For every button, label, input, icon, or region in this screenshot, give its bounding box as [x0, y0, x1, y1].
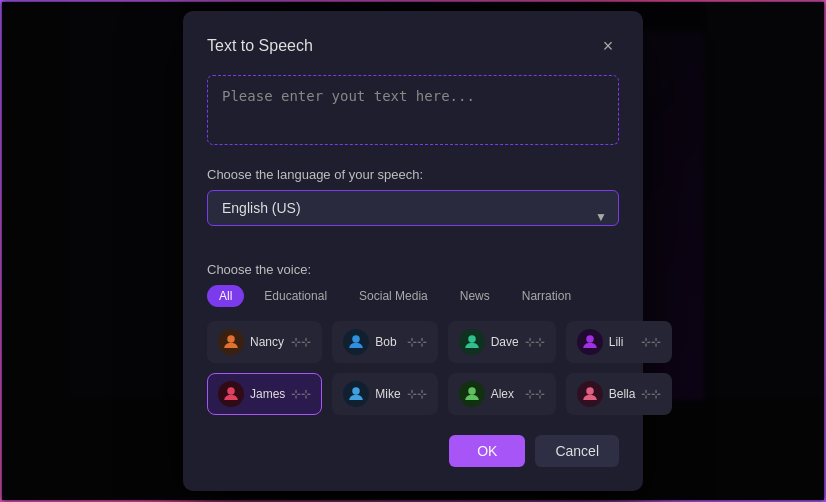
voice-avatar-bob	[343, 329, 369, 355]
filter-tab-news[interactable]: News	[448, 285, 502, 307]
voice-wave-dave: ⊹⊹	[525, 335, 545, 349]
voice-avatar-bella	[577, 381, 603, 407]
voice-avatar-lili	[577, 329, 603, 355]
filter-tab-narration[interactable]: Narration	[510, 285, 583, 307]
voice-name-lili: Lili	[609, 335, 636, 349]
language-label: Choose the language of your speech:	[207, 167, 619, 182]
voice-wave-alex: ⊹⊹	[525, 387, 545, 401]
voice-avatar-alex	[459, 381, 485, 407]
voice-grid: Nancy ⊹⊹ Bob ⊹⊹ Dave ⊹⊹	[207, 321, 619, 415]
ok-button[interactable]: OK	[449, 435, 525, 467]
svg-point-7	[586, 387, 594, 395]
close-button[interactable]: ×	[597, 35, 619, 57]
voice-avatar-mike	[343, 381, 369, 407]
language-select-wrapper: English (US) English (UK) Spanish French…	[207, 190, 619, 244]
voice-item-lili[interactable]: Lili ⊹⊹	[566, 321, 673, 363]
voice-filter-tabs: All Educational Social Media News Narrat…	[207, 285, 619, 307]
svg-point-5	[353, 387, 361, 395]
voice-item-mike[interactable]: Mike ⊹⊹	[332, 373, 437, 415]
voice-wave-bella: ⊹⊹	[641, 387, 661, 401]
svg-point-0	[227, 335, 235, 343]
svg-point-2	[468, 335, 476, 343]
modal-header: Text to Speech ×	[207, 35, 619, 57]
modal-backdrop: Text to Speech × Choose the language of …	[2, 2, 824, 500]
modal-footer: OK Cancel	[207, 435, 619, 467]
svg-point-6	[468, 387, 476, 395]
text-to-speech-modal: Text to Speech × Choose the language of …	[183, 11, 643, 491]
voice-name-james: James	[250, 387, 285, 401]
voice-name-bob: Bob	[375, 335, 400, 349]
voice-wave-mike: ⊹⊹	[407, 387, 427, 401]
filter-tab-social-media[interactable]: Social Media	[347, 285, 440, 307]
filter-tab-educational[interactable]: Educational	[252, 285, 339, 307]
voice-label: Choose the voice:	[207, 262, 619, 277]
speech-text-input[interactable]	[207, 75, 619, 145]
voice-wave-james: ⊹⊹	[291, 387, 311, 401]
voice-item-james[interactable]: James ⊹⊹	[207, 373, 322, 415]
voice-item-bella[interactable]: Bella ⊹⊹	[566, 373, 673, 415]
svg-point-3	[586, 335, 594, 343]
filter-tab-all[interactable]: All	[207, 285, 244, 307]
svg-point-1	[353, 335, 361, 343]
voice-name-bella: Bella	[609, 387, 636, 401]
language-select[interactable]: English (US) English (UK) Spanish French…	[207, 190, 619, 226]
voice-name-dave: Dave	[491, 335, 519, 349]
voice-avatar-dave	[459, 329, 485, 355]
app-background: Text to Speech × Choose the language of …	[0, 0, 826, 502]
voice-item-alex[interactable]: Alex ⊹⊹	[448, 373, 556, 415]
voice-wave-lili: ⊹⊹	[641, 335, 661, 349]
svg-point-4	[227, 387, 235, 395]
voice-name-nancy: Nancy	[250, 335, 285, 349]
cancel-button[interactable]: Cancel	[535, 435, 619, 467]
voice-item-dave[interactable]: Dave ⊹⊹	[448, 321, 556, 363]
voice-avatar-nancy	[218, 329, 244, 355]
voice-name-mike: Mike	[375, 387, 400, 401]
voice-wave-nancy: ⊹⊹	[291, 335, 311, 349]
voice-item-bob[interactable]: Bob ⊹⊹	[332, 321, 437, 363]
modal-title: Text to Speech	[207, 37, 313, 55]
voice-item-nancy[interactable]: Nancy ⊹⊹	[207, 321, 322, 363]
voice-wave-bob: ⊹⊹	[407, 335, 427, 349]
voice-avatar-james	[218, 381, 244, 407]
voice-name-alex: Alex	[491, 387, 519, 401]
